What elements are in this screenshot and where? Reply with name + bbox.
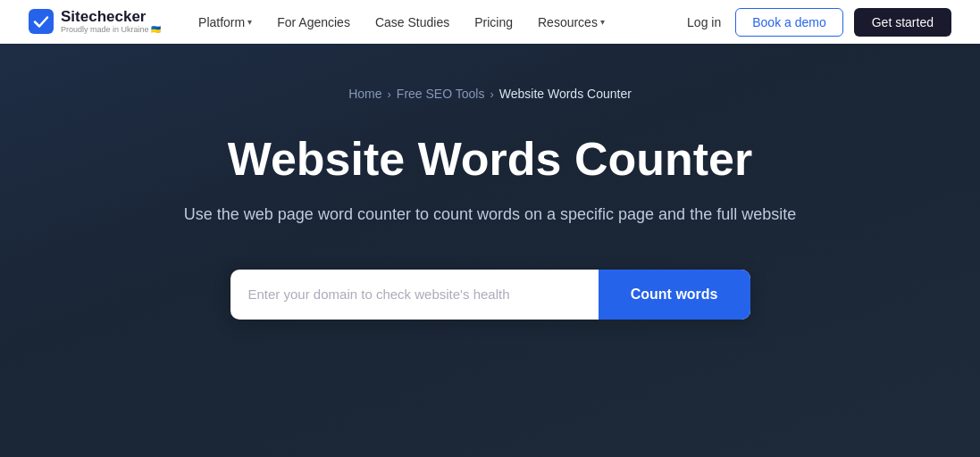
breadcrumb-home[interactable]: Home (348, 87, 381, 101)
book-demo-button[interactable]: Book a demo (735, 8, 843, 37)
nav-links: Platform ▾ For Agencies Case Studies Pri… (189, 10, 683, 35)
brand-name: Sitechecker (61, 9, 161, 26)
breadcrumb: Home › Free SEO Tools › Website Words Co… (348, 87, 632, 101)
chevron-down-icon: ▾ (600, 17, 605, 27)
search-bar: Count words (230, 270, 750, 320)
count-words-button[interactable]: Count words (599, 270, 750, 320)
get-started-button[interactable]: Get started (854, 8, 951, 37)
chevron-down-icon: ▾ (247, 17, 252, 27)
breadcrumb-separator: › (490, 87, 493, 101)
brand-tagline: Proudly made in Ukraine 🇺🇦 (61, 25, 161, 35)
nav-pricing[interactable]: Pricing (465, 10, 522, 35)
nav-resources[interactable]: Resources ▾ (529, 10, 614, 35)
hero-section: Home › Free SEO Tools › Website Words Co… (0, 44, 980, 457)
nav-case-studies[interactable]: Case Studies (366, 10, 458, 35)
logo-text-block: Sitechecker Proudly made in Ukraine 🇺🇦 (61, 9, 161, 35)
domain-input[interactable] (230, 270, 599, 320)
logo-icon (29, 9, 54, 34)
breadcrumb-current: Website Words Counter (499, 87, 632, 101)
navbar: Sitechecker Proudly made in Ukraine 🇺🇦 P… (0, 0, 980, 44)
svg-rect-0 (29, 9, 54, 34)
login-button[interactable]: Log in (683, 10, 725, 35)
breadcrumb-free-seo-tools[interactable]: Free SEO Tools (397, 87, 485, 101)
nav-platform[interactable]: Platform ▾ (189, 10, 261, 35)
breadcrumb-separator: › (388, 87, 391, 101)
page-title: Website Words Counter (228, 133, 752, 187)
nav-actions: Log in Book a demo Get started (683, 8, 951, 37)
page-subtitle: Use the web page word counter to count w… (184, 203, 796, 227)
nav-for-agencies[interactable]: For Agencies (268, 10, 359, 35)
logo[interactable]: Sitechecker Proudly made in Ukraine 🇺🇦 (29, 9, 161, 35)
